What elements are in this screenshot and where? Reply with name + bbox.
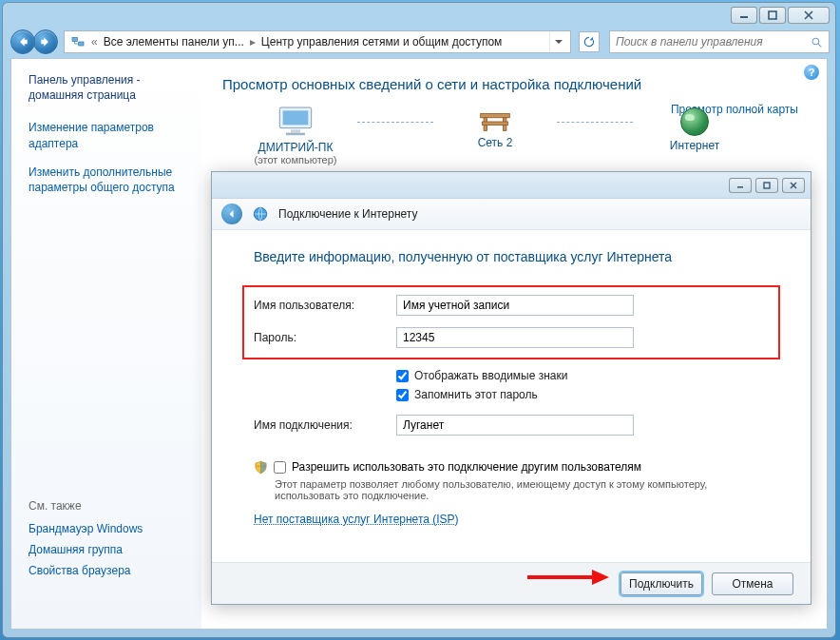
minimize-button[interactable] [731,7,757,24]
nav-forward-button[interactable] [33,29,58,54]
address-dropdown-button[interactable] [549,31,566,52]
svg-line-9 [818,44,821,47]
cancel-button[interactable]: Отмена [712,572,793,595]
svg-rect-12 [291,129,300,132]
nav-back-button[interactable] [10,29,35,54]
cancel-button-label: Отмена [732,577,773,591]
page-title: Просмотр основных сведений о сети и наст… [222,76,806,92]
connect-button[interactable]: Подключить [620,572,702,595]
show-characters-checkbox[interactable] [396,370,409,382]
remember-password-label: Запомнить этот пароль [414,388,538,401]
wizard-title: Подключение к Интернету [278,207,418,221]
explorer-toolbar: « Все элементы панели уп... ▸ Центр упра… [3,28,835,56]
svg-rect-11 [283,110,309,125]
connect-internet-dialog: Подключение к Интернету Введите информац… [211,171,811,605]
breadcrumb-item-1[interactable]: Все элементы панели уп... [104,35,244,48]
remember-password-checkbox[interactable] [396,389,409,401]
show-characters-label: Отображать вводимые знаки [414,369,567,382]
red-arrow-annotation-icon [525,568,611,587]
node-network[interactable]: Сеть 2 [443,110,547,161]
address-bar[interactable]: « Все элементы панели уп... ▸ Центр упра… [64,30,571,53]
breadcrumb-root-chevron-icon: « [91,35,98,48]
connection-name-field[interactable] [396,415,634,436]
see-also-heading: См. также [29,499,192,513]
sublink-firewall[interactable]: Брандмауэр Windows [29,522,192,535]
svg-rect-14 [481,114,510,118]
svg-rect-13 [286,133,305,136]
sidebar-home-link[interactable]: Панель управления - домашняя страница [29,72,192,103]
sidebar-link-sharing[interactable]: Изменить дополнительные параметры общего… [29,165,192,195]
globe-icon [680,107,709,136]
dialog-maximize-button[interactable] [755,178,778,193]
allow-others-checkbox[interactable] [274,461,286,474]
close-button[interactable] [788,7,830,24]
sidebar-link-adapters[interactable]: Изменение параметров адаптера [29,120,192,150]
svg-rect-1 [769,11,776,19]
network-icon [479,110,511,133]
dialog-body: Введите информацию, полученную от постав… [212,230,811,562]
breadcrumb-sep-icon: ▸ [250,35,256,48]
connection-name-label: Имя подключения: [254,418,396,432]
search-icon [811,36,823,48]
username-label: Имя пользователя: [254,299,396,312]
svg-rect-5 [79,42,84,46]
svg-rect-17 [482,122,507,125]
connect-button-label: Подключить [629,577,694,591]
sublink-homegroup[interactable]: Домашняя группа [29,543,192,556]
internet-wizard-icon [252,205,269,223]
no-isp-link[interactable]: Нет поставщика услуг Интернета (ISP) [254,513,459,526]
svg-rect-19 [764,183,770,188]
allow-others-hint: Этот параметр позволяет любому пользоват… [275,478,769,501]
password-field[interactable] [396,327,634,348]
maximize-button[interactable] [759,7,786,24]
password-label: Пароль: [254,331,396,344]
breadcrumb-item-2[interactable]: Центр управления сетями и общим доступом [261,35,503,48]
dialog-back-button[interactable] [221,204,242,224]
dialog-footer: Подключить Отмена [212,562,811,604]
node-this-pc[interactable]: ДМИТРИЙ-ПК (этот компьютер) [243,106,348,165]
dialog-close-button[interactable] [782,178,805,193]
outer-titlebar [3,3,835,28]
node-net-label: Сеть 2 [443,136,547,149]
highlight-credentials: Имя пользователя: Пароль: [242,285,780,359]
username-field[interactable] [396,295,634,316]
allow-others-label: Разрешить использовать это подключение д… [292,460,641,474]
dialog-heading: Введите информацию, полученную от постав… [254,249,769,264]
search-placeholder: Поиск в панели управления [616,35,763,48]
svg-point-8 [812,38,819,45]
node-inet-label: Интернет [642,139,747,152]
map-line-icon [557,122,633,123]
map-line-icon [357,122,433,123]
svg-rect-18 [737,186,743,188]
node-pc-sub: (этот компьютер) [243,154,348,165]
svg-rect-4 [72,37,77,41]
sublink-browser[interactable]: Свойства браузера [29,564,192,577]
network-sharing-icon [70,34,86,49]
sidebar: Панель управления - домашняя страница Из… [11,59,201,629]
node-pc-label: ДМИТРИЙ-ПК [243,141,348,154]
search-input[interactable]: Поиск в панели управления [609,30,830,53]
svg-rect-0 [740,16,748,18]
refresh-button[interactable] [579,31,600,52]
dialog-titlebar [212,172,811,199]
dialog-header: Подключение к Интернету [212,199,811,230]
dialog-minimize-button[interactable] [729,178,752,193]
shield-icon [254,460,268,475]
monitor-icon [277,106,315,138]
